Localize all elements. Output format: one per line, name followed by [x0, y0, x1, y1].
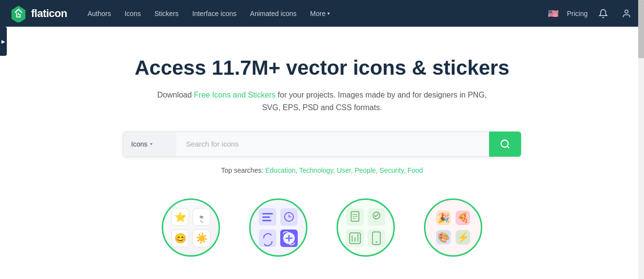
top-searches-label: Top searches:	[221, 166, 263, 174]
navbar-right: 🇺🇸 Pricing	[547, 6, 634, 21]
notifications-icon[interactable]	[595, 6, 611, 21]
svg-rect-18	[259, 230, 276, 247]
nav-authors[interactable]: Authors	[82, 7, 117, 20]
stickers-preview-icon: ⭐ ≈ ∿ 😊 ☀️	[169, 206, 213, 249]
more-chevron-icon: ▾	[327, 11, 330, 16]
nav-more[interactable]: More ▾	[305, 7, 336, 20]
nav-interface-icons[interactable]: Interface icons	[186, 7, 242, 20]
scrollbar-track[interactable]	[638, 0, 644, 279]
category-business[interactable]	[337, 198, 395, 262]
svg-rect-15	[262, 220, 271, 221]
category-party[interactable]: 🎉 🍕 🎨 ⚡	[424, 198, 482, 262]
interface-preview-icon	[256, 206, 300, 249]
search-type-label: Icons	[131, 140, 147, 148]
logo-icon	[10, 5, 27, 22]
category-circle-party: 🎉 🍕 🎨 ⚡	[424, 198, 482, 257]
hero-title: Access 11.7M+ vector icons & stickers	[16, 56, 628, 80]
business-preview-icon	[344, 206, 388, 249]
svg-rect-21	[346, 208, 364, 226]
category-circle-business	[337, 198, 395, 257]
svg-rect-14	[262, 216, 270, 218]
search-user[interactable]: User	[337, 166, 351, 174]
svg-text:⭐: ⭐	[174, 211, 186, 223]
nav-icons[interactable]: Icons	[119, 7, 146, 20]
search-button[interactable]	[489, 131, 521, 157]
svg-rect-23	[368, 208, 385, 226]
side-panel-arrow-icon: ▶	[1, 39, 5, 44]
logo-text: flaticon	[31, 7, 67, 20]
svg-point-29	[376, 241, 377, 243]
free-icons-link[interactable]: Free Icons and Stickers	[194, 91, 275, 99]
side-panel[interactable]: ▶	[0, 27, 7, 56]
category-circle-stickers: ⭐ ≈ ∿ 😊 ☀️	[162, 198, 220, 257]
category-interface[interactable]	[249, 198, 307, 262]
svg-text:∿: ∿	[200, 219, 203, 224]
search-type-dropdown[interactable]: Icons ▾	[123, 131, 176, 157]
category-circle-interface	[249, 198, 307, 257]
navbar: flaticon Authors Icons Stickers Interfac…	[0, 0, 644, 27]
svg-rect-13	[262, 213, 273, 214]
nav-animated-icons[interactable]: Animated icons	[244, 7, 303, 20]
party-preview-icon: 🎉 🍕 🎨 ⚡	[431, 206, 475, 249]
svg-point-1	[625, 10, 628, 13]
svg-text:🎨: 🎨	[438, 231, 450, 243]
language-flag-icon[interactable]: 🇺🇸	[547, 10, 559, 17]
svg-text:⚡: ⚡	[457, 231, 469, 243]
search-container: Icons ▾	[123, 131, 521, 157]
navbar-nav: Authors Icons Stickers Interface icons A…	[82, 7, 547, 20]
hero-subtitle: Download Free Icons and Stickers for you…	[152, 89, 492, 114]
search-food[interactable]: Food	[407, 166, 423, 174]
svg-text:🍕: 🍕	[457, 212, 469, 224]
search-security[interactable]: Security	[380, 166, 404, 174]
search-technology[interactable]: Technology	[299, 166, 333, 174]
category-stickers[interactable]: ⭐ ≈ ∿ 😊 ☀️	[162, 198, 220, 262]
svg-point-2	[501, 140, 508, 147]
search-people[interactable]: People	[355, 166, 376, 174]
search-education[interactable]: Education	[265, 166, 295, 174]
main-content: Access 11.7M+ vector icons & stickers Do…	[6, 27, 638, 279]
logo-link[interactable]: flaticon	[10, 5, 67, 22]
top-searches: Top searches: Education, Technology, Use…	[16, 166, 628, 174]
categories: ⭐ ≈ ∿ 😊 ☀️	[16, 198, 628, 262]
search-icon	[500, 139, 510, 149]
search-type-dropdown-arrow-icon: ▾	[150, 141, 153, 147]
svg-text:😊: 😊	[174, 232, 186, 244]
svg-text:🎉: 🎉	[438, 212, 450, 224]
scrollbar-thumb[interactable]	[638, 0, 644, 58]
pricing-link[interactable]: Pricing	[567, 10, 588, 17]
user-profile-icon[interactable]	[619, 6, 634, 21]
search-input[interactable]	[176, 131, 489, 157]
nav-stickers[interactable]: Stickers	[149, 7, 185, 20]
svg-text:☀️: ☀️	[196, 232, 208, 244]
